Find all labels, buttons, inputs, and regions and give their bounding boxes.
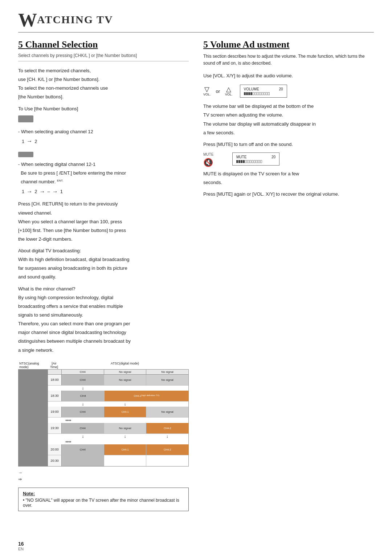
vol-bar-label-row: VOLUME 20 <box>244 87 283 91</box>
digital-arrow-seq: 1 → 2 → – → 1 <box>22 187 189 196</box>
header-title: ATCHING TV <box>37 14 113 27</box>
vol-bar-label-left: VOLUME <box>244 87 259 91</box>
vol-seg-10 <box>264 92 265 95</box>
arrow1-icon: → <box>26 187 32 196</box>
cell-empty-2 <box>104 455 147 466</box>
mute-symbol-col: MUTE 🔇 <box>203 152 225 167</box>
vol-seg-7 <box>257 92 259 95</box>
legend-right-arrow: → <box>18 470 189 475</box>
channel-block-minor: What is the minor channel? By using high… <box>18 285 189 354</box>
legend-area: → ⇒ <box>18 470 189 482</box>
cell-ch4-2-b: CH4-2 <box>146 444 188 455</box>
digital-tag <box>18 152 33 157</box>
hollow-arrow-icon: ⇒ <box>18 477 22 482</box>
vol-seg-1 <box>244 92 246 95</box>
cells-2000: CH4 CH4-1 CH4-2 <box>62 444 188 455</box>
vol-seg-9 <box>261 92 263 95</box>
note-box: Note: • "NO SIGNAL" will appear on the T… <box>18 488 189 511</box>
volume-bar-display: VOLUME 20 <box>240 85 287 98</box>
right-column: 5 Volume Ad ustment This section describ… <box>203 39 374 511</box>
mute-bar-track <box>236 160 275 163</box>
cell-empty-3 <box>146 455 188 466</box>
ch4-header: CH4 <box>62 370 104 374</box>
diagram-row-1930: 19:30 CH4 No signal CH4-2 <box>48 423 188 434</box>
down-arrow-5: ↓ <box>62 434 104 439</box>
mute-bar-filled <box>236 160 262 163</box>
lr-arrow-icon-3: ⇔ <box>65 440 68 444</box>
channel-section-label: Channel Selection <box>25 39 98 50</box>
cells-1800: CH4 No signal No signal <box>62 375 188 385</box>
mute-bar-display: MUTE 20 <box>232 152 279 166</box>
mute-label: MUTE <box>203 152 213 156</box>
cell-ch4-1-wide: CH4-1(high definition TV) <box>105 391 188 401</box>
cell-ch4-5: CH4 <box>62 444 104 455</box>
cells-2030 <box>62 455 188 466</box>
diagram-row-1900: 19:00 CH4 CH4-1 No signal <box>48 407 188 417</box>
mute-seg-11 <box>258 160 260 163</box>
cell-nosig-3: No signal <box>146 407 188 417</box>
diagram-row-2000: 20:00 CH4 CH4-1 CH4-2 <box>48 444 188 455</box>
vol-seg-3 <box>248 92 250 95</box>
down-arrow-3: ↓ <box>62 402 104 407</box>
page-header: W ATCHING TV <box>18 11 374 33</box>
cell-ch4-1: CH4 <box>62 375 104 385</box>
down-arrow-row-1: ↓ <box>48 386 188 391</box>
time-1930: 19:30 <box>48 423 62 433</box>
diagram-top-labels: NTSC(analog mode) [Air Time] ATSC(digita… <box>18 361 189 369</box>
cell-ch4-1-c: CH4-1 <box>104 444 147 455</box>
left-column: 5 Channel Selection Select channels by p… <box>18 39 189 511</box>
mute-description: MUTE is displayed on the TV screen for a… <box>203 170 374 186</box>
mute-bar-label-row: MUTE 20 <box>236 155 275 159</box>
analog-arrow-seq: 1 → 2 <box>22 137 189 146</box>
down-arrow-row-3: ↓ ↓ ↓ <box>48 434 188 439</box>
channel-diagram: NTSC(analog mode) [Air Time] ATSC(digita… <box>18 361 189 467</box>
cell-ch4-2: CH4 <box>62 391 105 401</box>
mute-instruction: Press [MUTE] to turn off and on the soun… <box>203 141 374 148</box>
channel-block-1: To select the memorized channels, use [C… <box>18 67 189 101</box>
vol-seg-4 <box>250 92 252 95</box>
diagram-row-1830: 18:30 CH4 CH4-1(high definition TV) <box>48 391 188 402</box>
channel-block-analog: - When selecting analog channel 12 1 → 2 <box>18 128 189 146</box>
diagram-col-headers: CH4 No signal No signal <box>48 370 188 375</box>
channel-subtitle: Select channels by pressing [CHK/L ] or … <box>18 53 189 61</box>
ntsc-label: NTSC(analog mode) <box>18 361 47 369</box>
volume-controls-row: ▽ VOL. or △ VOL. VOLUME 20 <box>203 85 374 98</box>
nosignal2-header: No signal <box>146 370 188 374</box>
mute-bar-label-left: MUTE <box>236 155 246 159</box>
mute-seg-12 <box>260 160 262 163</box>
arrow2-icon: → <box>39 187 45 196</box>
cell-nosig-2: No signal <box>146 375 188 385</box>
note-title: Note: <box>23 491 184 496</box>
lr-arrow-row-1: ⇔ ⇔ <box>48 417 188 423</box>
channel-section-number: 5 <box>18 39 23 50</box>
down-arrow-1: ↓ <box>62 386 104 391</box>
volume-icons: ▽ VOL. or △ VOL. <box>203 86 233 96</box>
right-arrow-icon: → <box>18 470 23 475</box>
mute-seg-5 <box>245 160 247 163</box>
header-w-letter: W <box>18 11 37 30</box>
ntsc-column <box>19 370 48 466</box>
down-arrow-6: ↓ <box>104 434 146 439</box>
vol-bar-label-right: 20 <box>279 87 283 91</box>
cell-ch4-4: CH4 <box>62 423 104 433</box>
volume-section-title: 5 Volume Ad ustment <box>203 39 374 50</box>
vol-seg-5 <box>253 92 254 95</box>
volume-section-number: 5 <box>203 39 208 50</box>
airtime-label: [Air Time] <box>47 361 61 369</box>
mute-seg-1 <box>236 160 238 163</box>
nosignal-header: No signal <box>104 370 147 374</box>
vol-seg-11 <box>266 92 268 95</box>
lr-arrow-row-2: ⇔ ⇔ <box>48 439 188 444</box>
channel-section-title: 5 Channel Selection <box>18 39 189 50</box>
or-text: or <box>216 89 220 94</box>
cell-ch4-2: CH4-2 <box>146 423 188 433</box>
time-header <box>48 370 62 374</box>
mute-speaker-icon: 🔇 <box>203 158 213 167</box>
lr-arrow-icon-4: ⇔ <box>68 440 71 444</box>
mute-controls-row: MUTE 🔇 MUTE 20 <box>203 152 374 167</box>
vol-seg-6 <box>255 92 257 95</box>
vol-bar-filled <box>244 92 270 95</box>
page-lang: EN <box>18 547 24 551</box>
page-number: 16 <box>18 541 24 547</box>
legend-hollow-arrow: ⇒ <box>18 477 189 482</box>
